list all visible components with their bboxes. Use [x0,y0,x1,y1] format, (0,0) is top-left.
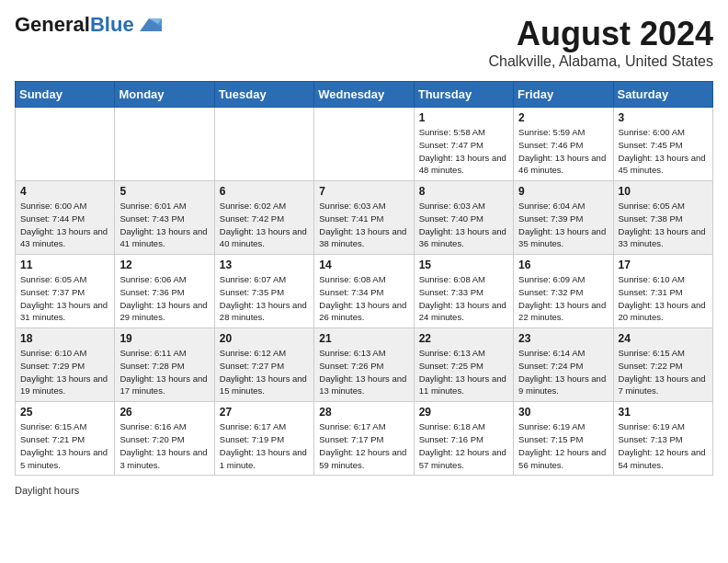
calendar-col-header: Wednesday [314,82,414,108]
calendar-cell [115,108,214,181]
day-info: Sunrise: 6:19 AMSunset: 7:15 PMDaylight:… [518,420,608,471]
day-number: 16 [518,259,608,271]
day-info: Sunrise: 6:04 AMSunset: 7:39 PMDaylight:… [518,200,608,250]
day-number: 14 [319,259,408,271]
day-number: 1 [419,111,508,124]
calendar-cell: 10Sunrise: 6:05 AMSunset: 7:38 PMDayligh… [613,181,712,255]
day-number: 29 [419,406,508,419]
day-number: 9 [518,185,608,198]
day-number: 26 [119,406,209,419]
day-number: 23 [518,332,608,345]
day-info: Sunrise: 6:15 AMSunset: 7:21 PMDaylight:… [20,420,109,471]
day-info: Sunrise: 6:14 AMSunset: 7:24 PMDaylight:… [518,347,608,397]
calendar-table: SundayMondayTuesdayWednesdayThursdayFrid… [15,81,713,476]
logo: GeneralBlue [15,15,162,35]
page-title: August 2024 [488,15,713,53]
footer: Daylight hours [15,485,713,496]
title-block: August 2024 Chalkville, Alabama, United … [488,15,713,70]
calendar-cell: 22Sunrise: 6:13 AMSunset: 7:25 PMDayligh… [414,328,513,402]
calendar-cell: 18Sunrise: 6:10 AMSunset: 7:29 PMDayligh… [16,328,115,402]
calendar-cell [314,108,414,181]
day-number: 31 [619,406,708,419]
day-info: Sunrise: 5:59 AMSunset: 7:46 PMDaylight:… [518,126,608,177]
calendar-cell: 9Sunrise: 6:04 AMSunset: 7:39 PMDaylight… [514,181,613,255]
day-info: Sunrise: 6:15 AMSunset: 7:22 PMDaylight:… [619,347,708,397]
day-number: 15 [419,259,508,271]
calendar-cell: 7Sunrise: 6:03 AMSunset: 7:41 PMDaylight… [314,181,414,255]
day-info: Sunrise: 6:06 AMSunset: 7:36 PMDaylight:… [119,273,209,324]
calendar-col-header: Friday [514,82,613,108]
day-number: 6 [220,185,309,198]
day-info: Sunrise: 6:02 AMSunset: 7:42 PMDaylight:… [220,200,309,250]
day-number: 8 [419,185,508,198]
calendar-week-row: 11Sunrise: 6:05 AMSunset: 7:37 PMDayligh… [16,255,713,328]
calendar-cell: 8Sunrise: 6:03 AMSunset: 7:40 PMDaylight… [414,181,513,255]
day-info: Sunrise: 6:17 AMSunset: 7:17 PMDaylight:… [319,420,408,471]
day-info: Sunrise: 6:03 AMSunset: 7:40 PMDaylight:… [419,200,508,250]
day-info: Sunrise: 6:05 AMSunset: 7:37 PMDaylight:… [20,273,109,324]
calendar-cell: 21Sunrise: 6:13 AMSunset: 7:26 PMDayligh… [314,328,414,402]
logo-text: GeneralBlue [15,15,134,35]
day-info: Sunrise: 6:12 AMSunset: 7:27 PMDaylight:… [220,347,309,397]
calendar-cell: 31Sunrise: 6:19 AMSunset: 7:13 PMDayligh… [613,402,712,476]
calendar-cell: 17Sunrise: 6:10 AMSunset: 7:31 PMDayligh… [613,255,712,328]
day-info: Sunrise: 6:19 AMSunset: 7:13 PMDaylight:… [619,420,708,471]
calendar-col-header: Thursday [414,82,513,108]
calendar-cell: 13Sunrise: 6:07 AMSunset: 7:35 PMDayligh… [214,255,313,328]
day-info: Sunrise: 6:08 AMSunset: 7:34 PMDaylight:… [319,273,408,324]
day-number: 30 [518,406,608,419]
calendar-cell [214,108,313,181]
calendar-week-row: 18Sunrise: 6:10 AMSunset: 7:29 PMDayligh… [16,328,713,402]
day-number: 22 [419,332,508,345]
day-info: Sunrise: 6:13 AMSunset: 7:26 PMDaylight:… [319,347,408,397]
day-number: 4 [20,185,109,198]
day-number: 28 [319,406,408,419]
calendar-cell: 29Sunrise: 6:18 AMSunset: 7:16 PMDayligh… [414,402,513,476]
day-info: Sunrise: 6:05 AMSunset: 7:38 PMDaylight:… [619,200,708,250]
day-info: Sunrise: 5:58 AMSunset: 7:47 PMDaylight:… [419,126,508,177]
day-number: 12 [119,259,209,271]
day-info: Sunrise: 6:01 AMSunset: 7:43 PMDaylight:… [119,200,209,250]
calendar-week-row: 25Sunrise: 6:15 AMSunset: 7:21 PMDayligh… [16,402,713,476]
calendar-cell: 24Sunrise: 6:15 AMSunset: 7:22 PMDayligh… [613,328,712,402]
calendar-cell: 25Sunrise: 6:15 AMSunset: 7:21 PMDayligh… [16,402,115,476]
calendar-header-row: SundayMondayTuesdayWednesdayThursdayFrid… [16,82,713,108]
day-number: 20 [220,332,309,345]
day-info: Sunrise: 6:16 AMSunset: 7:20 PMDaylight:… [119,420,209,471]
day-info: Sunrise: 6:00 AMSunset: 7:44 PMDaylight:… [20,200,109,250]
calendar-col-header: Tuesday [214,82,313,108]
day-info: Sunrise: 6:10 AMSunset: 7:31 PMDaylight:… [619,273,708,324]
calendar-cell: 20Sunrise: 6:12 AMSunset: 7:27 PMDayligh… [214,328,313,402]
page-subtitle: Chalkville, Alabama, United States [488,53,713,70]
day-number: 19 [119,332,209,345]
calendar-col-header: Sunday [16,82,115,108]
calendar-cell: 6Sunrise: 6:02 AMSunset: 7:42 PMDaylight… [214,181,313,255]
calendar-week-row: 1Sunrise: 5:58 AMSunset: 7:47 PMDaylight… [16,108,713,181]
day-number: 13 [220,259,309,271]
day-number: 3 [619,111,708,124]
day-number: 17 [619,259,708,271]
calendar-cell: 16Sunrise: 6:09 AMSunset: 7:32 PMDayligh… [514,255,613,328]
calendar-cell: 19Sunrise: 6:11 AMSunset: 7:28 PMDayligh… [115,328,214,402]
calendar-cell: 5Sunrise: 6:01 AMSunset: 7:43 PMDaylight… [115,181,214,255]
calendar-cell: 12Sunrise: 6:06 AMSunset: 7:36 PMDayligh… [115,255,214,328]
day-number: 24 [619,332,708,345]
calendar-cell: 30Sunrise: 6:19 AMSunset: 7:15 PMDayligh… [514,402,613,476]
day-number: 27 [220,406,309,419]
day-number: 21 [319,332,408,345]
calendar-cell: 27Sunrise: 6:17 AMSunset: 7:19 PMDayligh… [214,402,313,476]
day-info: Sunrise: 6:03 AMSunset: 7:41 PMDaylight:… [319,200,408,250]
calendar-cell: 1Sunrise: 5:58 AMSunset: 7:47 PMDaylight… [414,108,513,181]
day-info: Sunrise: 6:18 AMSunset: 7:16 PMDaylight:… [419,420,508,471]
calendar-cell: 28Sunrise: 6:17 AMSunset: 7:17 PMDayligh… [314,402,414,476]
calendar-cell: 11Sunrise: 6:05 AMSunset: 7:37 PMDayligh… [16,255,115,328]
day-number: 7 [319,185,408,198]
calendar-cell: 15Sunrise: 6:08 AMSunset: 7:33 PMDayligh… [414,255,513,328]
daylight-hours-label: Daylight hours [15,485,79,496]
day-info: Sunrise: 6:08 AMSunset: 7:33 PMDaylight:… [419,273,508,324]
calendar-week-row: 4Sunrise: 6:00 AMSunset: 7:44 PMDaylight… [16,181,713,255]
calendar-col-header: Monday [115,82,214,108]
day-info: Sunrise: 6:07 AMSunset: 7:35 PMDaylight:… [220,273,309,324]
day-number: 18 [20,332,109,345]
day-number: 11 [20,259,109,271]
